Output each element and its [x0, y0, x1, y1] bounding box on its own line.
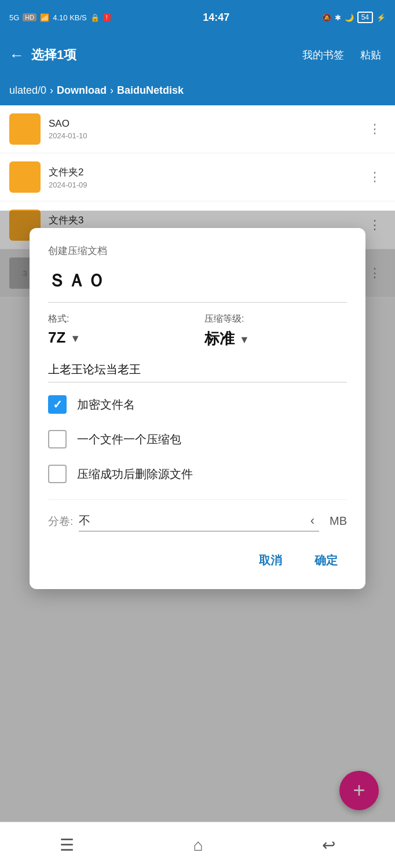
vpn-icon: 🔒: [90, 13, 100, 22]
level-group: 压缩等级: 标准 ▼: [204, 313, 347, 349]
file-row-2[interactable]: 文件夹2 2024-01-09 ⋮: [0, 153, 395, 201]
dialog-overlay: 创建压缩文档 ＳＡＯ 格式: 7Z ▼ 压缩等级: 标准 ▼: [0, 211, 395, 868]
format-level-row: 格式: 7Z ▼ 压缩等级: 标准 ▼: [48, 313, 347, 349]
split-input-wrap[interactable]: 不 ‹: [79, 510, 319, 532]
status-bar-left: 5G HD 📶 4.10 KB/S 🔒 !: [9, 13, 111, 22]
breadcrumb-part3[interactable]: BaiduNetdisk: [117, 84, 184, 97]
menu-button[interactable]: ☰: [46, 831, 88, 859]
format-value: 7Z: [48, 329, 65, 347]
checkbox-row-3[interactable]: 压缩成功后删除源文件: [48, 465, 347, 483]
file-info-1: SAO 2024-01-10: [49, 118, 364, 140]
breadcrumb-sep1: ›: [50, 84, 53, 97]
level-value: 标准: [204, 329, 235, 349]
divider-2: [48, 382, 347, 382]
encrypt-filename-checkbox[interactable]: ✓: [48, 395, 67, 414]
format-group: 格式: 7Z ▼: [48, 313, 191, 347]
split-unit: MB: [330, 514, 347, 528]
breadcrumb-sep2: ›: [110, 84, 114, 97]
compress-dialog: 创建压缩文档 ＳＡＯ 格式: 7Z ▼ 压缩等级: 标准 ▼: [30, 228, 365, 589]
encrypt-filename-label: 加密文件名: [77, 397, 135, 413]
breadcrumb-bar: ulated/0 › Download › BaiduNetdisk: [0, 75, 395, 105]
format-select[interactable]: 7Z ▼: [48, 329, 191, 347]
checkmark-icon: ✓: [53, 399, 63, 410]
dialog-filename[interactable]: ＳＡＯ: [48, 269, 347, 293]
format-dropdown-icon: ▼: [70, 333, 81, 345]
breadcrumb-part1[interactable]: ulated/0: [9, 84, 46, 97]
file-list: SAO 2024-01-10 ⋮ 文件夹2 2024-01-09 ⋮ 文件夹3 …: [0, 105, 395, 822]
bluetooth-icon: ✱: [335, 13, 341, 22]
paste-button[interactable]: 粘贴: [356, 46, 386, 64]
nav-bar: ← 选择1项 我的书签 粘贴: [0, 35, 395, 75]
checkbox-row-1[interactable]: ✓ 加密文件名: [48, 395, 347, 414]
level-dropdown-icon: ▼: [239, 334, 250, 346]
charging-icon: ⚡: [376, 13, 386, 22]
split-label: 分卷:: [48, 514, 73, 529]
battery-icon: 54: [357, 12, 373, 23]
level-label: 压缩等级:: [204, 313, 347, 325]
file-info-2: 文件夹2 2024-01-09: [49, 165, 364, 189]
cancel-button[interactable]: 取消: [250, 548, 291, 573]
file-more-icon-2[interactable]: ⋮: [364, 165, 386, 189]
password-input[interactable]: 上老王论坛当老王: [48, 359, 347, 380]
hd-badge: HD: [23, 13, 36, 21]
breadcrumb-part2[interactable]: Download: [57, 84, 107, 97]
alert-icon: !: [103, 13, 111, 21]
home-button[interactable]: ⌂: [180, 832, 217, 859]
delete-source-checkbox[interactable]: [48, 465, 67, 483]
mute-icon: 🔕: [322, 13, 331, 22]
folder-icon-1: [9, 113, 41, 145]
delete-source-label: 压缩成功后删除源文件: [77, 466, 193, 482]
checkbox-row-2[interactable]: 一个文件一个压缩包: [48, 430, 347, 448]
file-row-1[interactable]: SAO 2024-01-10 ⋮: [0, 105, 395, 153]
file-more-icon-1[interactable]: ⋮: [364, 117, 386, 141]
status-bar: 5G HD 📶 4.10 KB/S 🔒 ! 14:47 🔕 ✱ 🌙 54 ⚡: [0, 0, 395, 35]
bottom-nav: ☰ ⌂ ↩: [0, 822, 395, 868]
back-button[interactable]: ←: [9, 46, 24, 64]
split-input-value[interactable]: 不: [79, 513, 310, 528]
nav-title: 选择1项: [31, 46, 291, 64]
bookmark-button[interactable]: 我的书签: [298, 46, 349, 64]
dialog-buttons: 取消 确定: [48, 548, 347, 573]
status-bar-time: 14:47: [203, 12, 229, 24]
level-select[interactable]: 标准 ▼: [204, 329, 347, 349]
divider-1: [48, 302, 347, 303]
back-nav-button[interactable]: ↩: [308, 831, 349, 859]
folder-icon-2: [9, 161, 41, 193]
moon-icon: 🌙: [345, 13, 354, 22]
speed-text: 4.10 KB/S: [53, 13, 87, 22]
split-row: 分卷: 不 ‹ MB: [48, 499, 347, 532]
one-file-label: 一个文件一个压缩包: [77, 432, 181, 447]
one-file-checkbox[interactable]: [48, 430, 67, 448]
dialog-title: 创建压缩文档: [48, 244, 347, 258]
wifi-icon: 📶: [40, 13, 49, 22]
signal-icon: 5G: [9, 13, 19, 22]
split-arrow-icon: ‹: [310, 513, 314, 528]
status-bar-right: 🔕 ✱ 🌙 54 ⚡: [322, 12, 386, 23]
format-label: 格式:: [48, 313, 191, 325]
confirm-button[interactable]: 确定: [305, 548, 347, 573]
